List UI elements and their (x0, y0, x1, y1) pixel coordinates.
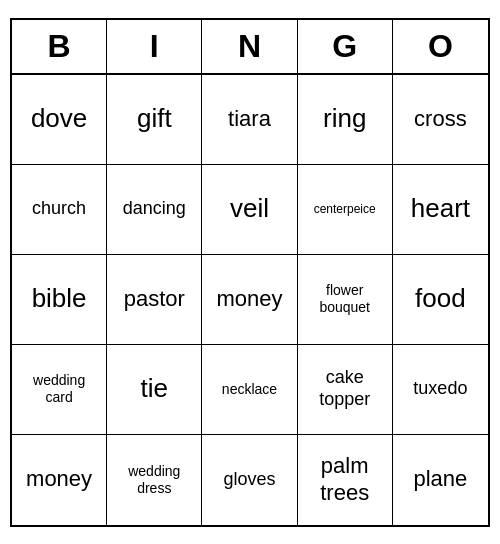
bingo-card: BINGO dovegifttiararingcrosschurchdancin… (10, 18, 490, 527)
bingo-cell: food (393, 255, 488, 345)
bingo-cell: money (202, 255, 297, 345)
cell-text: weddingcard (33, 372, 85, 406)
bingo-cell: flowerbouquet (298, 255, 393, 345)
bingo-cell: heart (393, 165, 488, 255)
bingo-cell: ring (298, 75, 393, 165)
header-letter: O (393, 20, 488, 73)
cell-text: bible (32, 283, 87, 314)
bingo-header: BINGO (12, 20, 488, 75)
cell-text: gloves (223, 469, 275, 491)
bingo-cell: tiara (202, 75, 297, 165)
cell-text: heart (411, 193, 470, 224)
cell-text: weddingdress (128, 463, 180, 497)
cell-text: gift (137, 103, 172, 134)
bingo-cell: tie (107, 345, 202, 435)
bingo-cell: weddingcard (12, 345, 107, 435)
bingo-cell: centerpeice (298, 165, 393, 255)
bingo-grid: dovegifttiararingcrosschurchdancingveilc… (12, 75, 488, 525)
cell-text: ring (323, 103, 366, 134)
bingo-cell: money (12, 435, 107, 525)
cell-text: veil (230, 193, 269, 224)
bingo-cell: veil (202, 165, 297, 255)
bingo-cell: plane (393, 435, 488, 525)
cell-text: centerpeice (314, 202, 376, 216)
cell-text: necklace (222, 381, 277, 398)
bingo-cell: pastor (107, 255, 202, 345)
header-letter: G (298, 20, 393, 73)
bingo-cell: gloves (202, 435, 297, 525)
bingo-cell: tuxedo (393, 345, 488, 435)
bingo-cell: gift (107, 75, 202, 165)
cell-text: tie (141, 373, 168, 404)
cell-text: cross (414, 106, 467, 132)
header-letter: N (202, 20, 297, 73)
cell-text: pastor (124, 286, 185, 312)
header-letter: B (12, 20, 107, 73)
cell-text: caketopper (319, 367, 370, 410)
bingo-cell: palmtrees (298, 435, 393, 525)
bingo-cell: dove (12, 75, 107, 165)
cell-text: tiara (228, 106, 271, 132)
bingo-cell: cross (393, 75, 488, 165)
cell-text: church (32, 198, 86, 220)
bingo-cell: weddingdress (107, 435, 202, 525)
cell-text: money (216, 286, 282, 312)
bingo-cell: necklace (202, 345, 297, 435)
cell-text: dove (31, 103, 87, 134)
cell-text: tuxedo (413, 378, 467, 400)
header-letter: I (107, 20, 202, 73)
cell-text: money (26, 466, 92, 492)
bingo-cell: church (12, 165, 107, 255)
bingo-cell: dancing (107, 165, 202, 255)
bingo-cell: bible (12, 255, 107, 345)
cell-text: flowerbouquet (319, 282, 370, 316)
cell-text: palmtrees (320, 453, 369, 506)
cell-text: food (415, 283, 466, 314)
bingo-cell: caketopper (298, 345, 393, 435)
cell-text: dancing (123, 198, 186, 220)
cell-text: plane (413, 466, 467, 492)
